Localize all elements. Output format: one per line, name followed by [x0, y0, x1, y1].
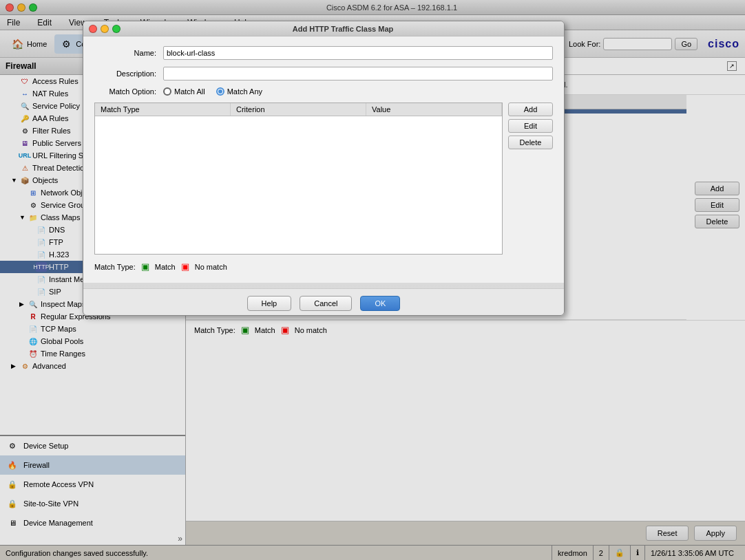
- name-field-label: Name:: [94, 49, 163, 57]
- match-any-circle: [216, 87, 224, 96]
- match-all-label: Match All: [174, 87, 205, 96]
- modal-cancel-button[interactable]: Cancel: [300, 296, 352, 311]
- modal-edit-button[interactable]: Edit: [508, 119, 553, 133]
- name-row: Name:: [94, 46, 553, 60]
- modal-window-controls[interactable]: [89, 25, 120, 33]
- match-any-radio[interactable]: Match Any: [216, 87, 262, 96]
- modal-no-match-icon: ▣: [181, 261, 189, 272]
- match-option-row: Match Option: Match All Match Any: [94, 87, 553, 96]
- modal-add-button[interactable]: Add: [508, 103, 553, 116]
- modal-actions: Help Cancel OK: [83, 288, 564, 315]
- modal-body: Name: Description: Match Option: Match A…: [83, 36, 564, 283]
- match-any-label: Match Any: [227, 87, 262, 96]
- match-table-section: Match Type Criterion Value Match Type: ▣…: [94, 103, 553, 273]
- modal-close-button[interactable]: [89, 25, 97, 33]
- match-all-circle: [163, 87, 171, 96]
- modal-match-type-label: Match Type:: [94, 263, 136, 271]
- description-field-label: Description:: [94, 69, 163, 78]
- match-table-header: Match Type Criterion Value: [95, 103, 502, 116]
- modal-title-bar: Add HTTP Traffic Class Map: [83, 21, 564, 36]
- modal-match-label: Match: [155, 263, 176, 271]
- name-input[interactable]: [163, 46, 553, 60]
- match-table-wrapper: Match Type Criterion Value Match Type: ▣…: [94, 103, 503, 273]
- modal-maximize-button[interactable]: [112, 25, 120, 33]
- match-option-label: Match Option:: [94, 87, 163, 96]
- modal-ok-button[interactable]: OK: [360, 296, 400, 311]
- modal-side-buttons: Add Edit Delete: [508, 103, 553, 149]
- match-table-container: Match Type Criterion Value: [94, 103, 503, 255]
- match-th-criterion: Criterion: [231, 103, 366, 116]
- modal-overlay: Add HTTP Traffic Class Map Name: Descrip…: [0, 0, 745, 560]
- match-th-type: Match Type: [95, 103, 231, 116]
- modal-help-button[interactable]: Help: [247, 296, 292, 311]
- description-row: Description:: [94, 67, 553, 80]
- modal-title: Add HTTP Traffic Class Map: [127, 25, 558, 33]
- modal-minimize-button[interactable]: [101, 25, 109, 33]
- match-th-value: Value: [366, 103, 502, 116]
- match-table-body: [95, 116, 502, 254]
- add-http-class-map-modal: Add HTTP Traffic Class Map Name: Descrip…: [83, 21, 565, 316]
- modal-delete-button[interactable]: Delete: [508, 136, 553, 149]
- description-input[interactable]: [163, 67, 553, 80]
- modal-match-icon: ▣: [141, 261, 149, 272]
- modal-no-match-label: No match: [195, 263, 227, 271]
- match-footer: Match Type: ▣ Match ▣ No match: [94, 260, 503, 273]
- match-all-radio[interactable]: Match All: [163, 87, 205, 96]
- match-option-radio-group: Match All Match Any: [163, 87, 262, 96]
